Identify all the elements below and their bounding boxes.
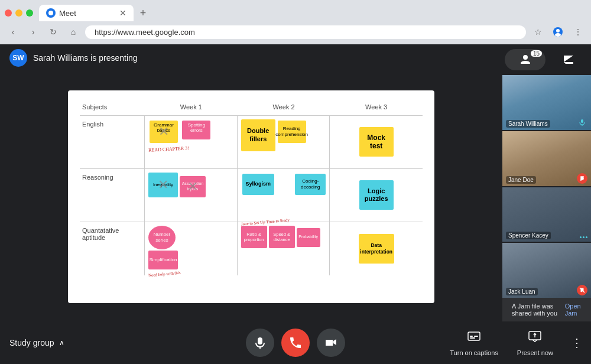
tab-close-button[interactable]: ✕ — [119, 8, 126, 18]
participant-tile: Spencer Kacey — [502, 187, 591, 242]
slide: Subjects Week 1 Week 2 Week 3 English Gr… — [68, 90, 434, 303]
col-week2: Week 2 — [238, 102, 330, 112]
sticky-coding: Coding-decoding — [295, 174, 326, 195]
row-english: English Grammar basics Spotting errors R… — [80, 116, 423, 169]
svg-rect-11 — [470, 337, 475, 339]
captions-button[interactable]: Turn on captions — [440, 324, 508, 361]
tab-favicon — [46, 8, 56, 18]
sticky-grammar: Grammar basics — [150, 121, 178, 143]
participant-name: Jack Luan — [506, 288, 538, 295]
end-call-button[interactable] — [281, 329, 310, 357]
home-button[interactable]: ⌂ — [65, 24, 82, 40]
meeting-name-text: Study group — [9, 338, 54, 347]
sticky-spotting: Spotting errors — [182, 121, 210, 139]
row-reasoning: Reasoning Inequality Assumption inputs S… — [80, 169, 423, 222]
mic-dots — [580, 236, 587, 238]
notification-message: A Jam file was shared with you — [512, 303, 561, 317]
quant-week1: Number series Simplification Need help w… — [145, 222, 238, 275]
col-subjects: Subjects — [80, 102, 145, 112]
sidebar-controls: 15 — [502, 44, 591, 75]
handwriting-help: Need help with this — [148, 270, 181, 278]
forward-button[interactable]: › — [25, 24, 41, 40]
svg-point-2 — [556, 29, 560, 32]
profile-icon[interactable] — [550, 24, 566, 40]
sticky-double-fillers: Double fillers — [241, 119, 275, 151]
meeting-name: Study group ∧ — [0, 338, 89, 347]
new-tab-button[interactable]: + — [135, 5, 151, 21]
sticky-inequality: Inequality — [148, 173, 178, 197]
address-bar[interactable]: https://www.meet.google.com — [85, 25, 526, 39]
sticky-reading: Reading comprehension — [278, 121, 306, 143]
notification-bar: A Jam file was shared with you Open Jam — [502, 298, 591, 321]
traffic-light-green[interactable] — [26, 9, 33, 17]
menu-button[interactable]: ⋮ — [570, 24, 586, 40]
reasoning-week2: Syllogism Coding-decoding Jane to Set Up… — [238, 169, 330, 222]
bookmark-star[interactable]: ☆ — [530, 24, 546, 40]
participant-name: Spencer Kacey — [506, 232, 551, 239]
svg-rect-10 — [470, 336, 473, 337]
presenter-text: Sarah Williams is presenting — [33, 53, 138, 63]
mic-off-icon — [577, 173, 587, 184]
captions-label: Turn on captions — [450, 349, 498, 356]
sticky-assumption: Assumption inputs — [180, 176, 206, 197]
handwriting-chapter: READ CHAPTER 3! — [148, 145, 189, 153]
sticky-speed: Speed & distance — [269, 226, 295, 248]
chat-button[interactable] — [548, 49, 589, 70]
reload-button[interactable]: ↻ — [45, 24, 61, 40]
presentation-area: SW Sarah Williams is presenting Subjects… — [0, 44, 502, 321]
mic-toggle-button[interactable] — [246, 329, 274, 357]
sticky-probability: Probability — [297, 228, 320, 247]
mic-off-icon — [577, 285, 587, 295]
svg-rect-12 — [474, 336, 478, 337]
svg-point-3 — [555, 33, 561, 37]
traffic-light-yellow[interactable] — [15, 9, 22, 17]
back-button[interactable]: ‹ — [5, 24, 21, 40]
presenter-avatar: SW — [9, 49, 27, 67]
sticky-number: Number series — [148, 226, 176, 249]
presenter-bar: SW Sarah Williams is presenting — [0, 44, 502, 72]
row-quant: Quantatative aptitude Number series Simp… — [80, 222, 423, 275]
svg-rect-4 — [581, 119, 583, 123]
sidebar: 15 Sarah Williams Jane Doe — [502, 44, 591, 321]
bottom-toolbar: Study group ∧ — [0, 321, 591, 364]
reasoning-week3: Logic puzzles — [330, 169, 423, 222]
camera-toggle-button[interactable] — [317, 329, 345, 357]
col-week1: Week 1 — [145, 102, 238, 112]
url-text: https://www.meet.google.com — [95, 28, 517, 37]
sticky-logic: Logic puzzles — [359, 180, 394, 210]
participant-tiles: Sarah Williams Jane Doe Spencer Kacey — [502, 75, 591, 298]
english-week1: Grammar basics Spotting errors READ CHAP… — [145, 116, 238, 168]
english-week3: Mock test — [330, 116, 423, 168]
people-count: 15 — [531, 50, 542, 57]
traffic-light-red[interactable] — [5, 9, 12, 17]
sticky-simplification: Simplification — [148, 251, 178, 269]
svg-point-0 — [48, 11, 53, 15]
sticky-mock-test: Mock test — [359, 127, 394, 157]
participant-tile: Jack Luan — [502, 243, 591, 298]
present-button[interactable]: Present now — [508, 324, 563, 361]
present-label: Present now — [517, 349, 553, 356]
more-options-button[interactable]: ⋮ — [563, 329, 591, 357]
browser-tab[interactable]: Meet ✕ — [39, 5, 134, 21]
subject-english: English — [80, 116, 145, 168]
mic-active-icon — [577, 117, 587, 128]
people-button[interactable]: 15 — [505, 49, 545, 70]
participant-tile: Sarah Williams — [502, 75, 591, 130]
captions-icon — [467, 329, 481, 347]
center-controls — [246, 329, 345, 357]
right-controls: Turn on captions Present now ⋮ — [440, 324, 591, 361]
english-week2: Double fillers Reading comprehension — [238, 116, 330, 168]
participant-tile: Jane Doe — [502, 131, 591, 186]
meet-app: SW Sarah Williams is presenting Subjects… — [0, 44, 591, 364]
sticky-data: Data interpretation — [359, 234, 394, 264]
chevron-up-icon[interactable]: ∧ — [59, 339, 64, 347]
subject-quant: Quantatative aptitude — [80, 222, 145, 275]
col-week3: Week 3 — [330, 102, 423, 112]
participant-name: Jane Doe — [506, 176, 536, 184]
svg-rect-7 — [258, 337, 262, 344]
sticky-ratio: Ratio & proportion — [241, 226, 267, 248]
sticky-syllogism: Syllogism — [242, 174, 274, 195]
present-icon — [528, 329, 542, 347]
participant-name: Sarah Williams — [506, 120, 550, 128]
open-jam-button[interactable]: Open Jam — [565, 303, 582, 317]
